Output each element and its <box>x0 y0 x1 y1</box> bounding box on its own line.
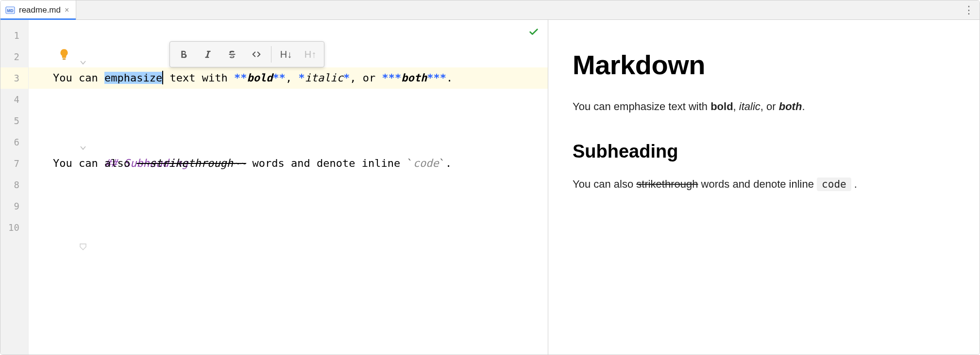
bolditalic-text: both <box>779 100 802 113</box>
code-line[interactable]: You can emphasize text with **bold**, *i… <box>29 67 548 89</box>
code-text: code <box>413 157 439 169</box>
selection: emphasize <box>104 72 162 84</box>
code-line[interactable]: ## Subheading <box>29 110 548 131</box>
code-line[interactable] <box>29 174 548 195</box>
formatting-toolbar: H↓ H↑ <box>169 41 324 67</box>
text: You can <box>53 72 104 84</box>
text: You can also <box>53 157 136 169</box>
tab-label: readme.md <box>19 5 61 15</box>
text: . <box>446 72 453 84</box>
code-marker: ` <box>407 157 413 169</box>
fold-end-icon[interactable] <box>15 215 24 224</box>
text: , or <box>760 100 779 113</box>
text: words and denote inline <box>698 178 817 190</box>
line-number-gutter: 1 2 3 4 5 6 7 8 9 10 <box>0 20 29 355</box>
markdown-file-icon: MD <box>5 5 15 15</box>
heading-lower-label: H↓ <box>280 49 292 60</box>
bold-marker: ** <box>234 72 247 84</box>
toolbar-separator <box>271 46 271 63</box>
strike-text: strikethrough <box>636 178 698 190</box>
fold-icon[interactable] <box>15 31 24 40</box>
bolditalic-marker: *** <box>382 72 402 84</box>
code-marker: ` <box>439 157 445 169</box>
tabbar-spacer <box>76 0 958 19</box>
tab-readme[interactable]: MD readme.md × <box>0 0 76 19</box>
close-icon[interactable]: × <box>65 6 69 14</box>
italic-text: italic <box>739 100 760 113</box>
strike-marker: ~~ <box>136 157 150 169</box>
bold-text: bold <box>247 72 272 84</box>
preview-h2: Subheading <box>573 141 955 162</box>
line-number[interactable]: 1 <box>0 25 28 46</box>
svg-text:MD: MD <box>7 8 13 13</box>
text: . <box>802 100 805 113</box>
code-line[interactable] <box>29 89 548 110</box>
text: You can emphasize text with <box>573 100 710 113</box>
text: , <box>733 100 739 113</box>
text: text with <box>163 72 234 84</box>
preview-paragraph: You can also strikethrough words and den… <box>573 176 955 193</box>
strike-text: strikethrough <box>150 157 233 169</box>
line-number[interactable]: 9 <box>0 195 28 217</box>
code-area[interactable]: H↓ H↑ # Markdown You can emphasize text … <box>29 20 548 355</box>
preview-pane: Markdown You can emphasize text with bol… <box>548 20 980 355</box>
bolditalic-text: both <box>401 72 427 84</box>
preview-h1: Markdown <box>573 49 955 81</box>
text-caret <box>162 71 163 84</box>
code-button[interactable] <box>245 44 268 65</box>
code-line[interactable] <box>29 131 548 153</box>
tab-bar: MD readme.md × ⋮ <box>0 0 980 20</box>
tab-options-icon[interactable]: ⋮ <box>958 0 980 19</box>
editor-pane: 1 2 3 4 5 6 7 8 9 10 <box>0 20 548 355</box>
text: You can also <box>573 178 636 190</box>
italic-text: italic <box>305 72 343 84</box>
bold-button[interactable] <box>172 44 195 65</box>
fold-icon[interactable] <box>15 116 24 125</box>
code-line[interactable] <box>29 217 548 238</box>
heading-raise-label: H↑ <box>304 49 316 60</box>
bold-text: bold <box>710 100 733 113</box>
italic-marker: * <box>298 72 304 84</box>
text: , or <box>350 72 382 84</box>
text: words and denote inline <box>246 157 406 169</box>
text: . <box>851 178 857 190</box>
line-number[interactable]: 8 <box>0 174 28 195</box>
heading-raise-button: H↑ <box>299 44 322 65</box>
text: . <box>445 157 452 169</box>
line-number[interactable]: 5 <box>0 110 28 131</box>
strike-marker: ~~ <box>233 157 246 169</box>
inline-code: code <box>817 178 851 191</box>
bolditalic-marker: *** <box>427 72 446 84</box>
line-number[interactable]: 10 <box>0 217 28 238</box>
italic-marker: * <box>343 72 350 84</box>
bold-marker: ** <box>272 72 286 84</box>
code-line[interactable]: You can also ~~strikethrough~~ words and… <box>29 153 548 174</box>
preview-paragraph: You can emphasize text with bold, italic… <box>573 98 955 115</box>
heading-lower-button[interactable]: H↓ <box>274 44 298 65</box>
text: , <box>286 72 299 84</box>
strikethrough-button[interactable] <box>220 44 244 65</box>
code-line[interactable] <box>29 195 548 217</box>
italic-button[interactable] <box>196 44 220 65</box>
line-number[interactable]: 4 <box>0 89 28 110</box>
main-split: 1 2 3 4 5 6 7 8 9 10 <box>0 20 980 355</box>
